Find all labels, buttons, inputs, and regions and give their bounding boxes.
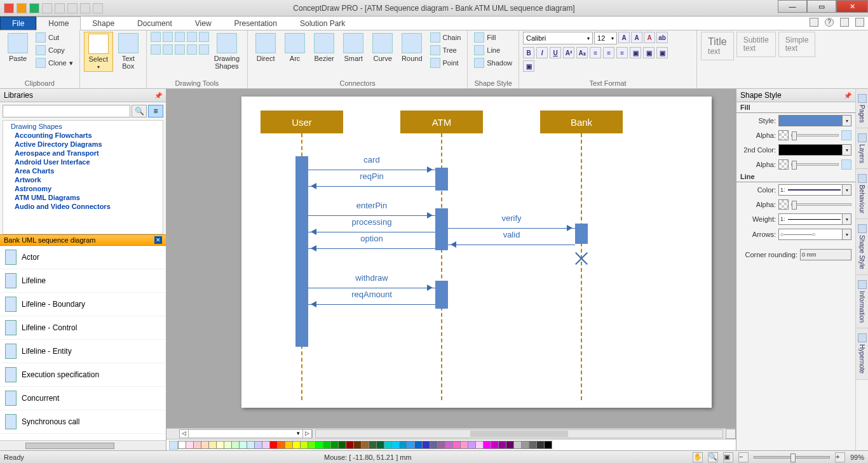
- align-bottom-icon[interactable]: ▣: [656, 47, 668, 58]
- library-tree[interactable]: Drawing Shapes Accounting Flowcharts Act…: [3, 120, 163, 234]
- qat-redo-icon[interactable]: [67, 3, 78, 13]
- lib-drawing-shapes[interactable]: Drawing Shapes: [4, 122, 161, 131]
- shape-synchronous-call[interactable]: Synchronous call: [0, 410, 166, 434]
- italic-icon[interactable]: I: [536, 47, 548, 58]
- library-search-input[interactable]: [3, 105, 130, 117]
- shape-actor[interactable]: Actor: [0, 246, 166, 269]
- fit-page-icon[interactable]: ▣: [723, 452, 733, 462]
- arc-tool-icon[interactable]: [163, 32, 173, 42]
- left-horizontal-scrollbar[interactable]: [0, 440, 166, 450]
- lib-audio-video[interactable]: Audio and Video Connectors: [4, 202, 161, 211]
- help-icon[interactable]: ?: [825, 18, 834, 27]
- exec-atm-2[interactable]: [435, 208, 448, 250]
- exec-atm-1[interactable]: [435, 168, 448, 191]
- drawing-shapes-button[interactable]: Drawing Shapes: [210, 32, 243, 71]
- shape-concurrent[interactable]: Concurrent: [0, 387, 166, 410]
- align-left-icon[interactable]: ≡: [590, 47, 601, 58]
- window-options-icon[interactable]: [810, 18, 818, 27]
- tree-button[interactable]: Tree: [428, 44, 464, 56]
- canvas-horizontal-scrollbar[interactable]: [315, 429, 723, 438]
- second-color-select[interactable]: ▾: [778, 144, 851, 156]
- arrows-select[interactable]: ○───────○▾: [778, 229, 851, 240]
- line-alpha-slider[interactable]: [791, 203, 851, 206]
- direct-connector-button[interactable]: Direct: [252, 32, 280, 64]
- second-alpha-slider[interactable]: [791, 163, 839, 166]
- qat-undo-icon[interactable]: [55, 3, 65, 13]
- page-dropdown-icon[interactable]: ▾: [294, 430, 303, 438]
- shape-tab[interactable]: Shape: [81, 17, 126, 30]
- page-tab-selector[interactable]: ◁ ▾ ▷: [179, 429, 313, 438]
- rtab-layers[interactable]: Layers: [856, 128, 868, 169]
- color-swatch[interactable]: [544, 441, 552, 449]
- point-button[interactable]: Point: [428, 57, 464, 69]
- subscript-icon[interactable]: A₂: [576, 47, 588, 58]
- tool-icon[interactable]: [175, 44, 185, 55]
- highlight-icon[interactable]: ab: [656, 32, 668, 43]
- page[interactable]: User ATM Bank card reqPin enterPin proce…: [241, 97, 712, 408]
- pin-icon[interactable]: 📌: [844, 92, 851, 99]
- chevron-up-icon[interactable]: [840, 18, 849, 27]
- file-tab[interactable]: File: [0, 17, 36, 30]
- zoom-in-icon[interactable]: +: [835, 452, 845, 462]
- line-button[interactable]: Line: [471, 44, 515, 56]
- msg-reqpin[interactable]: reqPin: [308, 182, 435, 191]
- shape-lifeline-control[interactable]: Lifeline - Control: [0, 316, 166, 340]
- align-middle-icon[interactable]: ▣: [643, 47, 654, 58]
- close-button[interactable]: ✕: [836, 0, 868, 13]
- font-size-select[interactable]: 12▾: [594, 32, 617, 44]
- tool-icon[interactable]: [151, 44, 161, 55]
- shape-lifeline-entity[interactable]: Lifeline - Entity: [0, 340, 166, 363]
- text-format-icon[interactable]: ▣: [523, 60, 534, 72]
- title-text-style-button[interactable]: Titletext: [701, 32, 734, 60]
- qat-save-icon[interactable]: [42, 3, 52, 13]
- document-tab[interactable]: Document: [126, 17, 184, 30]
- fill-alpha-slider[interactable]: [791, 134, 839, 137]
- ellipse-tool-icon[interactable]: [199, 32, 209, 42]
- round-connector-button[interactable]: Round: [398, 32, 426, 64]
- qat-icon[interactable]: [17, 3, 27, 13]
- qat-icon[interactable]: [93, 3, 103, 13]
- canvas[interactable]: User ATM Bank card reqPin enterPin proce…: [166, 89, 736, 428]
- tool-icon[interactable]: [199, 44, 209, 55]
- subtitle-text-style-button[interactable]: Subtitletext: [736, 32, 776, 57]
- bold-icon[interactable]: B: [523, 47, 534, 58]
- actor-user[interactable]: User: [261, 111, 343, 133]
- lib-area-charts[interactable]: Area Charts: [4, 166, 161, 175]
- lib-accounting[interactable]: Accounting Flowcharts: [4, 131, 161, 140]
- palette-tool-icon[interactable]: [169, 441, 178, 450]
- msg-reqamount[interactable]: reqAmount: [308, 300, 435, 309]
- pin-icon[interactable]: 📌: [154, 92, 162, 99]
- smart-connector-button[interactable]: Smart: [339, 32, 367, 64]
- tool-icon[interactable]: [187, 44, 197, 55]
- chain-button[interactable]: Chain: [428, 32, 464, 43]
- copy-button[interactable]: Copy: [33, 44, 76, 56]
- paste-button[interactable]: Paste: [4, 32, 32, 64]
- textbox-button[interactable]: Text Box: [114, 32, 142, 71]
- lifeline-bank[interactable]: [581, 133, 582, 400]
- presentation-tab[interactable]: Presentation: [223, 17, 288, 30]
- shape-lifeline-boundary[interactable]: Lifeline - Boundary: [0, 293, 166, 316]
- current-library-header[interactable]: Bank UML sequence diagram ✕: [0, 234, 166, 246]
- alpha-btn[interactable]: [841, 130, 851, 140]
- actor-atm[interactable]: ATM: [400, 111, 483, 133]
- increase-font-icon[interactable]: A: [618, 32, 630, 43]
- simple-text-style-button[interactable]: Simpletext: [778, 32, 816, 57]
- lib-atm-uml[interactable]: ATM UML Diagrams: [4, 193, 161, 202]
- underline-icon[interactable]: U: [550, 47, 561, 58]
- cut-button[interactable]: Cut: [33, 32, 76, 43]
- align-right-icon[interactable]: ≡: [616, 47, 628, 58]
- alpha-btn[interactable]: [841, 159, 851, 170]
- lib-artwork[interactable]: Artwork: [4, 175, 161, 184]
- msg-valid[interactable]: valid: [448, 240, 575, 249]
- curve-connector-button[interactable]: Curve: [369, 32, 397, 64]
- font-select[interactable]: Calibri▾: [523, 32, 593, 44]
- shape-lifeline[interactable]: Lifeline: [0, 269, 166, 293]
- align-center-icon[interactable]: ≡: [603, 47, 614, 58]
- line-color-select[interactable]: 1:▾: [778, 184, 851, 196]
- select-button[interactable]: Select▾: [84, 32, 113, 72]
- maximize-button[interactable]: ▭: [807, 0, 836, 13]
- exec-atm-3[interactable]: [435, 281, 448, 309]
- list-view-icon[interactable]: ≡: [148, 105, 163, 117]
- font-color-icon[interactable]: A: [644, 32, 655, 43]
- page-prev-icon[interactable]: ◁: [180, 430, 189, 438]
